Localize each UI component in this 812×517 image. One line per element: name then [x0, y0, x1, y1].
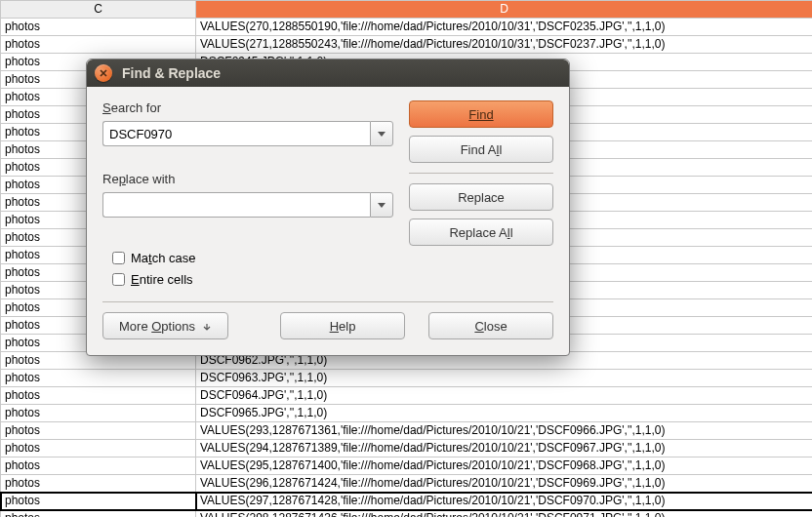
close-icon[interactable] [95, 64, 112, 82]
dialog-title: Find & Replace [122, 65, 221, 81]
cell[interactable]: VALUES(295,1287671400,'file:///home/dad/… [196, 457, 813, 475]
table-row: photosVALUES(298,1287671436,'file:///hom… [1, 510, 813, 518]
cell[interactable]: photos [1, 440, 196, 457]
help-button[interactable]: Help [280, 312, 405, 339]
search-input[interactable] [102, 121, 370, 146]
match-case-label: Match case [131, 251, 196, 265]
replace-dropdown-button[interactable] [370, 192, 393, 218]
table-row: photosDSCF0965.JPG','',1,1,0) [1, 405, 813, 422]
cell[interactable]: photos [1, 510, 196, 518]
cell[interactable]: VALUES(270,1288550190,'file:///home/dad/… [196, 19, 813, 36]
chevron-down-icon [202, 322, 212, 332]
table-row: photosVALUES(297,1287671428,'file:///hom… [1, 493, 813, 510]
cell[interactable]: DSCF0965.JPG','',1,1,0) [196, 405, 813, 422]
close-button[interactable]: Close [428, 312, 553, 339]
search-dropdown-button[interactable] [370, 121, 393, 146]
cell[interactable]: DSCF0963.JPG','',1,1,0) [196, 370, 813, 387]
cell[interactable]: photos [1, 405, 196, 422]
cell[interactable]: VALUES(296,1287671424,'file:///home/dad/… [196, 475, 813, 493]
table-row: photosVALUES(293,1287671361,'file:///hom… [1, 422, 813, 440]
table-row: photosVALUES(294,1287671389,'file:///hom… [1, 440, 813, 457]
column-header-C[interactable]: C [1, 1, 196, 19]
cell[interactable]: photos [1, 475, 196, 493]
replace-button[interactable]: Replace [409, 183, 553, 211]
cell[interactable]: DSCF0964.JPG','',1,1,0) [196, 387, 813, 405]
cell[interactable]: photos [1, 493, 196, 510]
dialog-titlebar[interactable]: Find & Replace [87, 60, 569, 87]
cell[interactable]: photos [1, 422, 196, 440]
cell[interactable]: photos [1, 370, 196, 387]
search-for-label: Search for [102, 100, 393, 115]
find-all-button[interactable]: Find All [409, 136, 553, 163]
table-row: photosVALUES(295,1287671400,'file:///hom… [1, 457, 813, 475]
replace-with-combo [102, 192, 393, 218]
cell[interactable]: photos [1, 19, 196, 36]
cell[interactable]: photos [1, 36, 196, 54]
cell[interactable]: VALUES(271,1288550243,'file:///home/dad/… [196, 36, 813, 54]
table-row: photosVALUES(271,1288550243,'file:///hom… [1, 36, 813, 54]
table-row: photosVALUES(296,1287671424,'file:///hom… [1, 475, 813, 493]
table-row: photosVALUES(270,1288550190,'file:///hom… [1, 19, 813, 36]
cell[interactable]: photos [1, 457, 196, 475]
cell[interactable]: VALUES(297,1287671428,'file:///home/dad/… [196, 493, 813, 510]
entire-cells-checkbox[interactable] [112, 273, 125, 286]
cell[interactable]: VALUES(293,1287671361,'file:///home/dad/… [196, 422, 813, 440]
replace-input[interactable] [102, 192, 370, 218]
replace-all-button[interactable]: Replace All [409, 219, 553, 246]
more-options-button[interactable]: More Options [102, 312, 228, 339]
column-header-D[interactable]: D [196, 1, 813, 19]
table-row: photosDSCF0963.JPG','',1,1,0) [1, 370, 813, 387]
cell[interactable]: photos [1, 387, 196, 405]
divider [409, 173, 553, 174]
table-row: photosDSCF0964.JPG','',1,1,0) [1, 387, 813, 405]
find-replace-dialog: Find & Replace Search for Replace with [86, 59, 570, 356]
find-button[interactable]: Find [409, 100, 553, 128]
search-for-combo [102, 121, 393, 146]
entire-cells-label: Entire cells [131, 272, 193, 287]
cell[interactable]: VALUES(294,1287671389,'file:///home/dad/… [196, 440, 813, 457]
cell[interactable]: VALUES(298,1287671436,'file:///home/dad/… [196, 510, 813, 518]
match-case-checkbox[interactable] [112, 252, 125, 264]
replace-with-label: Replace with [102, 172, 393, 186]
